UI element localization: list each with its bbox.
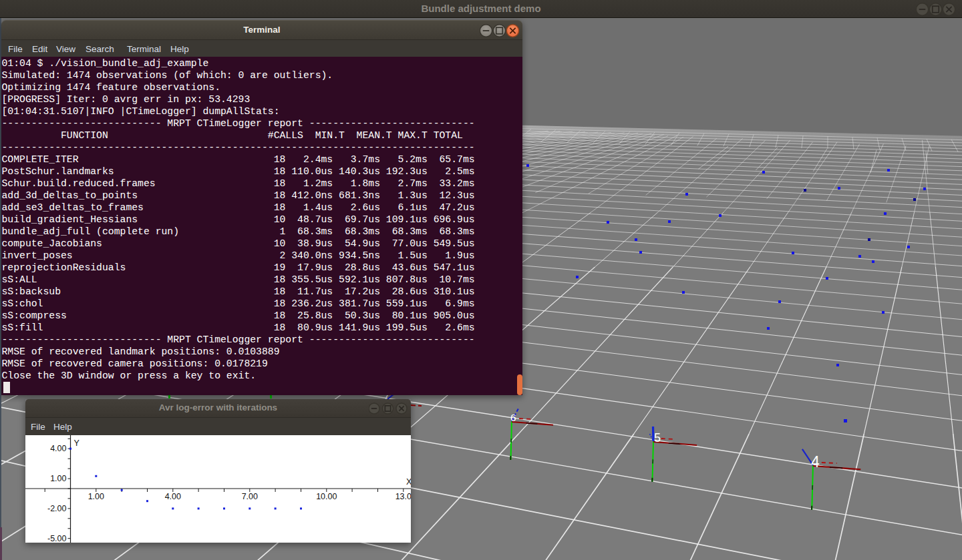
svg-text:-5.00: -5.00 [47, 534, 67, 543]
svg-text:7.00: 7.00 [242, 492, 258, 501]
svg-text:4: 4 [811, 453, 820, 471]
svg-text:4.00: 4.00 [50, 444, 66, 453]
svg-text:6: 6 [510, 412, 516, 423]
svg-text:Y: Y [74, 439, 80, 448]
svg-text:5: 5 [654, 431, 661, 445]
svg-text:X: X [406, 477, 411, 487]
svg-text:13.0: 13.0 [395, 492, 411, 501]
svg-text:10.00: 10.00 [316, 492, 337, 501]
svg-text:1.00: 1.00 [88, 492, 104, 501]
svg-text:-2.00: -2.00 [47, 504, 67, 513]
svg-text:1.00: 1.00 [50, 474, 66, 483]
svg-text:4.00: 4.00 [165, 492, 181, 501]
